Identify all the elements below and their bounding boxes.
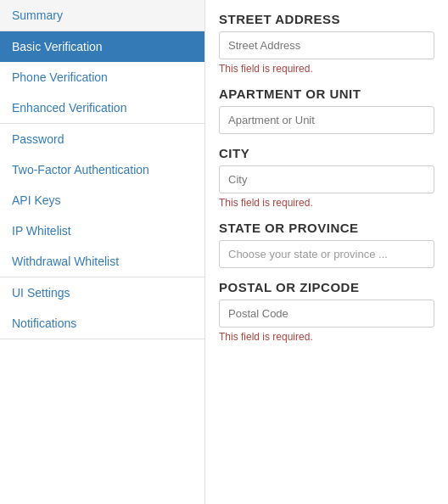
sidebar-item-api-keys[interactable]: API Keys — [0, 185, 204, 216]
street-address-input[interactable] — [219, 31, 434, 59]
postal-input[interactable] — [219, 300, 434, 328]
city-error: This field is required. — [219, 197, 434, 209]
sidebar-item-password[interactable]: Password — [0, 124, 204, 154]
street-address-error: This field is required. — [219, 63, 434, 75]
sidebar-group-security: Password Two-Factor Authentication API K… — [0, 124, 204, 277]
sidebar-item-basic-verification[interactable]: Basic Verification — [0, 31, 204, 62]
sidebar-item-phone-verification[interactable]: Phone Verification — [0, 62, 204, 92]
apartment-label: APARTMENT OR UNIT — [219, 87, 434, 101]
sidebar-item-two-factor[interactable]: Two-Factor Authentication — [0, 154, 204, 185]
apartment-input[interactable] — [219, 106, 434, 134]
sidebar-group-summary: Summary — [0, 0, 204, 31]
sidebar: Summary Basic Verification Phone Verific… — [0, 0, 205, 504]
sidebar-item-summary[interactable]: Summary — [0, 0, 204, 31]
main-content: STREET ADDRESS This field is required. A… — [205, 0, 448, 504]
state-section: STATE OR PROVINCE Choose your state or p… — [219, 221, 434, 268]
state-select[interactable]: Choose your state or province ... — [219, 240, 434, 268]
sidebar-item-ip-whitelist[interactable]: IP Whitelist — [0, 216, 204, 246]
city-input[interactable] — [219, 165, 434, 193]
street-address-section: STREET ADDRESS This field is required. — [219, 12, 434, 75]
city-section: CITY This field is required. — [219, 146, 434, 209]
sidebar-item-enhanced-verification[interactable]: Enhanced Verification — [0, 92, 204, 123]
sidebar-item-withdrawal-whitelist[interactable]: Withdrawal Whitelist — [0, 246, 204, 277]
sidebar-item-notifications[interactable]: Notifications — [0, 308, 204, 339]
sidebar-group-settings: UI Settings Notifications — [0, 277, 204, 339]
city-label: CITY — [219, 146, 434, 160]
state-label: STATE OR PROVINCE — [219, 221, 434, 235]
sidebar-group-verification: Basic Verification Phone Verification En… — [0, 31, 204, 124]
postal-error: This field is required. — [219, 331, 434, 343]
postal-label: POSTAL OR ZIPCODE — [219, 280, 434, 294]
sidebar-item-ui-settings[interactable]: UI Settings — [0, 277, 204, 308]
street-address-label: STREET ADDRESS — [219, 12, 434, 26]
apartment-section: APARTMENT OR UNIT — [219, 87, 434, 134]
postal-section: POSTAL OR ZIPCODE This field is required… — [219, 280, 434, 343]
